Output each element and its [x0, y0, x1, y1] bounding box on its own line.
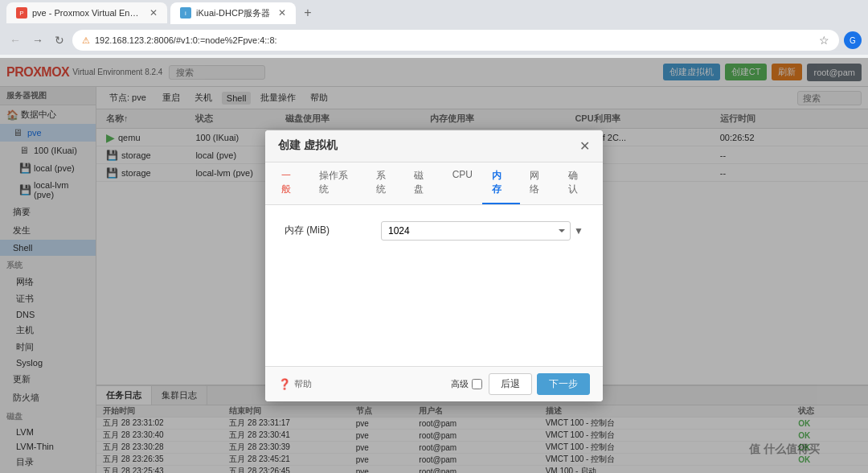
tab-close-ikuai[interactable]: ✕	[278, 7, 286, 19]
tab-close-proxmox[interactable]: ✕	[149, 7, 158, 19]
browser-chrome: P pve - Proxmox Virtual Environm... ✕ i …	[0, 0, 868, 58]
address-text: 192.168.123.2:8006/#v1:0:=node%2Fpve:4::…	[95, 35, 814, 45]
modal-tab-system[interactable]: 系统	[366, 162, 404, 204]
back-button-modal[interactable]: 后退	[489, 373, 532, 395]
modal-header: 创建 虚拟机 ✕	[265, 130, 603, 162]
tab-ikuai[interactable]: i iKuai-DHCP服务器 ✕	[170, 2, 296, 24]
next-button-modal[interactable]: 下一步	[537, 373, 590, 395]
modal-tab-network[interactable]: 网络	[520, 162, 558, 204]
memory-unit-icon: ▼	[574, 225, 583, 236]
help-icon: ❓	[278, 378, 291, 390]
tab-proxmox[interactable]: P pve - Proxmox Virtual Environm... ✕	[6, 2, 167, 23]
address-bar[interactable]: ⚠ 192.168.123.2:8006/#v1:0:=node%2Fpve:4…	[72, 30, 839, 51]
new-tab-button[interactable]: +	[299, 6, 316, 20]
memory-input[interactable]	[381, 221, 571, 241]
modal-body: 内存 (MiB) ▼	[265, 205, 603, 366]
modal-tab-confirm[interactable]: 确认	[559, 162, 596, 204]
help-section: ❓ 帮助	[278, 378, 312, 390]
advanced-checkbox[interactable]	[472, 379, 482, 389]
refresh-button[interactable]: ↻	[51, 32, 68, 48]
security-warning-icon: ⚠	[82, 35, 90, 46]
modal-tab-os[interactable]: 操作系统	[309, 162, 366, 204]
modal-tab-cpu[interactable]: CPU	[443, 162, 482, 204]
modal-close-button[interactable]: ✕	[579, 138, 590, 154]
modal-overlay: 创建 虚拟机 ✕ 一般 操作系统 系统 磁盘 CPU 内存 网络 确认 内存 (…	[0, 58, 868, 473]
tab-title-proxmox: pve - Proxmox Virtual Environm...	[32, 8, 141, 18]
address-bar-row: ← → ↻ ⚠ 192.168.123.2:8006/#v1:0:=node%2…	[0, 26, 868, 55]
tab-title-ikuai: iKuai-DHCP服务器	[196, 7, 270, 19]
modal-title: 创建 虚拟机	[278, 138, 338, 153]
modal-tab-memory[interactable]: 内存	[482, 162, 520, 204]
tab-favicon-proxmox: P	[16, 7, 27, 19]
profile-button[interactable]: G	[844, 31, 862, 49]
modal-tab-general[interactable]: 一般	[272, 162, 309, 204]
back-button[interactable]: ←	[6, 32, 24, 48]
create-vm-modal: 创建 虚拟机 ✕ 一般 操作系统 系统 磁盘 CPU 内存 网络 确认 内存 (…	[265, 130, 603, 401]
tab-bar: P pve - Proxmox Virtual Environm... ✕ i …	[0, 0, 868, 26]
modal-footer: ❓ 帮助 高级 后退 下一步	[265, 366, 603, 401]
tab-favicon-ikuai: i	[180, 7, 191, 19]
memory-label: 内存 (MiB)	[285, 224, 381, 237]
bookmark-star-icon[interactable]: ☆	[819, 34, 829, 47]
help-label: 帮助	[294, 378, 312, 390]
advanced-section: 高级	[451, 378, 482, 390]
modal-tabs: 一般 操作系统 系统 磁盘 CPU 内存 网络 确认	[265, 162, 603, 205]
modal-tab-disk[interactable]: 磁盘	[404, 162, 442, 204]
memory-form-row: 内存 (MiB) ▼	[285, 221, 583, 241]
advanced-label: 高级	[451, 378, 469, 390]
forward-button[interactable]: →	[29, 32, 47, 48]
